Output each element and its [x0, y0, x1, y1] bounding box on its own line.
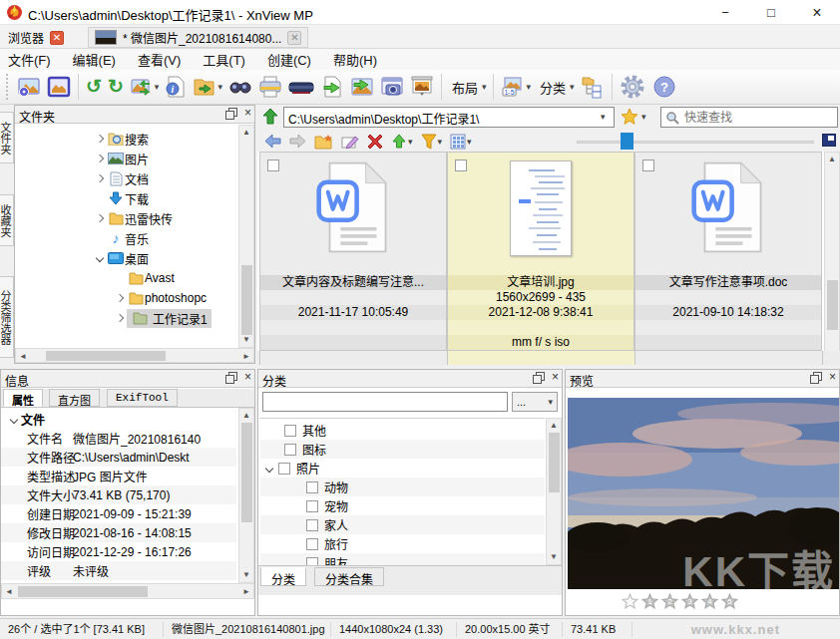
- collapse-icon[interactable]: [96, 254, 104, 262]
- file-item-doc1[interactable]: 文章内容及标题编写注意... 2021-11-17 10:05:49: [259, 152, 447, 351]
- collapse-icon[interactable]: [265, 464, 273, 472]
- category-checkbox[interactable]: [306, 500, 318, 512]
- category-item-family[interactable]: 家人: [260, 515, 545, 534]
- category-checkbox[interactable]: [306, 557, 318, 566]
- info-horizontal-scrollbar[interactable]: ◄ ►: [1, 583, 254, 599]
- menu-create[interactable]: 创建(C): [267, 50, 311, 69]
- tab-category-sets[interactable]: 分类合集: [314, 567, 384, 586]
- close-panel-icon[interactable]: ×: [244, 108, 251, 119]
- scroll-right-icon[interactable]: ►: [242, 353, 250, 361]
- folder-item-desktop[interactable]: 桌面: [93, 248, 149, 268]
- tab-categories[interactable]: 分类: [260, 567, 306, 586]
- find-button[interactable]: [225, 72, 255, 102]
- thumbnail-size-slider-handle[interactable]: [621, 133, 633, 150]
- tab-image[interactable]: * 微信图片_2021081614080... ✕: [88, 27, 308, 48]
- float-panel-icon[interactable]: [225, 108, 236, 119]
- rating-stars[interactable]: 1 2 3 4 5: [622, 593, 738, 609]
- category-item-friends[interactable]: 朋友: [260, 553, 545, 565]
- thumbnail-size-button[interactable]: 1-5 ▾: [498, 72, 534, 102]
- open-with-dropdown-icon[interactable]: ▾: [217, 82, 222, 92]
- scroll-down-icon[interactable]: ▼: [547, 553, 561, 561]
- view-mode-button[interactable]: ▾: [447, 132, 475, 152]
- close-button[interactable]: ×: [794, 0, 840, 25]
- scrollbar-thumb[interactable]: [18, 586, 148, 597]
- up-folder-button[interactable]: [261, 108, 279, 130]
- scroll-left-icon[interactable]: ◄: [19, 353, 27, 361]
- tab-image-close-icon[interactable]: ✕: [287, 31, 301, 45]
- scroll-down-icon[interactable]: ▼: [239, 336, 253, 344]
- settings-button[interactable]: [617, 72, 648, 102]
- folders-vertical-scrollbar[interactable]: ▲ ▼: [238, 125, 254, 348]
- view-mode-dropdown-icon[interactable]: ▾: [467, 137, 472, 147]
- forward-button[interactable]: [286, 132, 309, 152]
- tab-histogram[interactable]: 直方图: [49, 389, 100, 407]
- folder-item-photoshop[interactable]: photoshopc: [113, 288, 207, 308]
- tab-properties[interactable]: 属性: [3, 389, 43, 407]
- category-item-pets[interactable]: 宠物: [260, 496, 545, 515]
- category-checkbox[interactable]: [284, 425, 296, 437]
- float-panel-icon[interactable]: [810, 372, 821, 383]
- rating-star-clear[interactable]: [622, 593, 638, 609]
- menu-edit[interactable]: 编辑(E): [73, 50, 116, 69]
- thumbnail-size-dropdown-icon[interactable]: ▾: [526, 82, 531, 92]
- category-item-animals[interactable]: 动物: [260, 478, 545, 496]
- browse-button[interactable]: [14, 72, 44, 102]
- scrollbar-thumb[interactable]: [46, 351, 166, 361]
- filter-dropdown-icon[interactable]: ▾: [438, 137, 443, 147]
- rating-star-5[interactable]: 5: [721, 593, 738, 609]
- info-vertical-scrollbar[interactable]: ▲ ▼: [238, 408, 254, 583]
- close-panel-icon[interactable]: ×: [829, 372, 836, 383]
- folder-item-avast[interactable]: Avast: [113, 268, 175, 288]
- folders-horizontal-scrollbar[interactable]: ◄ ►: [15, 348, 254, 363]
- categories-vertical-scrollbar[interactable]: ▲ ▼: [546, 418, 562, 565]
- dock-tab-folders[interactable]: 文件夹: [0, 112, 14, 163]
- menu-view[interactable]: 查看(V): [138, 50, 181, 69]
- category-checkbox[interactable]: [306, 538, 318, 550]
- sort-dropdown-icon[interactable]: ▾: [408, 137, 413, 147]
- quick-search-box[interactable]: [660, 107, 838, 128]
- path-input[interactable]: C:\Users\admin\Desktop\工作记录1\: [283, 107, 615, 128]
- quick-search-input[interactable]: [684, 111, 814, 125]
- tab-browser-close-icon[interactable]: ✕: [50, 31, 64, 45]
- category-checkbox[interactable]: [284, 444, 296, 456]
- rotate-right-button[interactable]: ↻: [105, 72, 127, 102]
- scroll-right-icon[interactable]: ►: [242, 588, 250, 596]
- new-folder-button[interactable]: [311, 132, 336, 152]
- back-button[interactable]: [261, 132, 284, 152]
- file-item-doc2[interactable]: 文章写作注意事项.doc 2021-09-10 14:18:32: [634, 152, 822, 351]
- tab-browser[interactable]: 浏览器 ✕: [2, 27, 70, 48]
- category-checkbox[interactable]: [278, 463, 290, 475]
- scrollbar-thumb[interactable]: [241, 265, 252, 335]
- category-item-icons[interactable]: 图标: [260, 440, 545, 459]
- favorites-button[interactable]: ▾: [621, 108, 646, 126]
- scrollbar-thumb[interactable]: [241, 423, 252, 522]
- collapse-icon[interactable]: [10, 415, 18, 423]
- copy-to-button[interactable]: [317, 72, 347, 102]
- menu-tools[interactable]: 工具(T): [203, 50, 245, 69]
- rotate-left-button[interactable]: ↺: [83, 72, 105, 102]
- scan-button[interactable]: [285, 72, 317, 102]
- convert-button[interactable]: ▾: [127, 72, 163, 102]
- folder-item-search[interactable]: 搜索: [93, 129, 149, 149]
- dock-tab-favorites[interactable]: 收藏夹: [0, 194, 14, 246]
- move-to-button[interactable]: [347, 72, 377, 102]
- expand-icon[interactable]: [96, 174, 104, 182]
- category-browse-button[interactable]: ... ▾: [512, 392, 558, 412]
- dock-tab-category-filter[interactable]: 分类筛选器: [0, 276, 14, 358]
- file-item-jpg-selected[interactable]: 文章培训.jpg 1560x2699 - 435 2021-12-08 9:38…: [447, 152, 634, 351]
- expand-icon[interactable]: [116, 294, 124, 302]
- filter-button[interactable]: ▾: [418, 132, 446, 152]
- property-group-file[interactable]: 文件: [1, 410, 236, 429]
- category-dropdown[interactable]: 分类 ▾: [534, 72, 578, 102]
- rating-star-1[interactable]: 1: [641, 593, 658, 609]
- expand-icon[interactable]: [96, 155, 104, 162]
- minimize-button[interactable]: −: [702, 0, 748, 25]
- path-combo-dropdown-icon[interactable]: ▾: [601, 112, 606, 122]
- help-button[interactable]: ?: [648, 72, 680, 102]
- menu-help[interactable]: 帮助(H): [333, 50, 377, 69]
- print-button[interactable]: [255, 72, 285, 102]
- file-info-button[interactable]: i: [162, 72, 190, 102]
- scroll-up-icon[interactable]: ▲: [239, 129, 253, 137]
- fullscreen-button[interactable]: [44, 72, 74, 102]
- sort-button[interactable]: ▾: [388, 132, 416, 152]
